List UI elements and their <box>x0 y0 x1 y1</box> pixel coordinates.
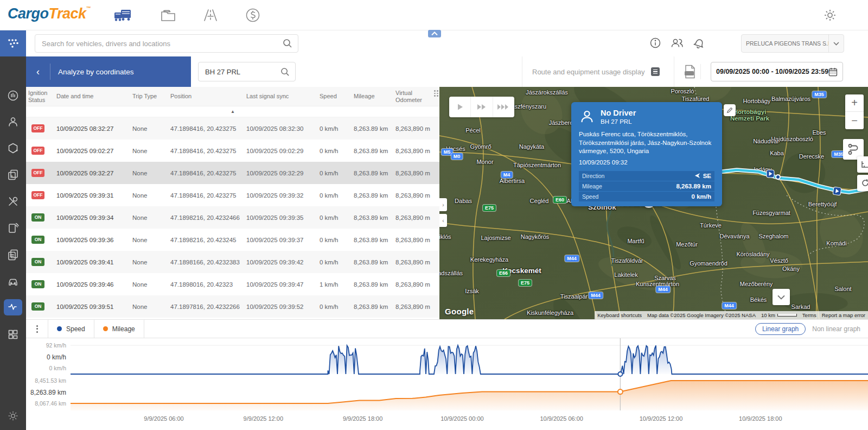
popup-address: Puskás Ferenc utca, Törökszentmiklós, Tö… <box>579 130 714 156</box>
table-row[interactable]: OFF10/09/2025 09:02:27None47.1898416, 20… <box>26 140 439 162</box>
route-display-dropdown[interactable]: Route and equipment usage display <box>522 56 674 87</box>
chart-menu-button[interactable] <box>26 325 48 333</box>
table-row[interactable]: ON10/09/2025 09:39:51None47.1897816, 20.… <box>26 295 439 318</box>
table-row[interactable]: OFF10/09/2025 08:32:27None47.1898416, 20… <box>26 117 439 140</box>
sidebar-item-dashboard[interactable] <box>0 85 26 106</box>
sidebar-item-analytics[interactable] <box>4 299 22 315</box>
fastest-forward-button[interactable] <box>493 97 514 117</box>
cell-position: 47.1898216, 20.423245 <box>168 237 244 243</box>
table-row[interactable]: OFF10/09/2025 09:32:27None47.1898416, 20… <box>26 162 439 184</box>
analyze-panel-header: ‹ Analyze by coordinates <box>26 56 191 87</box>
cell-datetime: 10/09/2025 09:39:46 <box>54 281 130 288</box>
collapse-chart-button[interactable] <box>773 289 790 305</box>
popup-edit-button[interactable] <box>724 104 736 116</box>
fast-forward-button[interactable] <box>471 97 493 117</box>
export-xls-button[interactable]: XLS <box>679 64 701 79</box>
sidebar-item-vehicles[interactable] <box>0 270 26 292</box>
back-button[interactable]: ‹ <box>26 66 50 78</box>
sidebar-item-apps[interactable] <box>0 324 26 345</box>
column-header-mileage[interactable]: Mileage <box>352 92 393 101</box>
cell-mileage: 8,263.89 km <box>352 259 393 265</box>
column-header-speed[interactable]: Speed <box>317 92 352 101</box>
column-header-position[interactable]: Position <box>168 92 244 101</box>
table-row[interactable]: ON10/09/2025 09:39:46None47.1898016, 20.… <box>26 273 439 295</box>
tolls-dollar-icon[interactable] <box>241 5 265 25</box>
map-canvas[interactable]: JászárokszállásPoroszlóTiszafüredJászfén… <box>439 87 868 319</box>
popup-timestamp: 10/09/2025 09:32 <box>579 159 714 166</box>
zoom-out-button[interactable]: − <box>845 112 864 129</box>
report-map-error-link[interactable]: Report a map error <box>819 311 868 319</box>
sidebar-item-reports[interactable] <box>0 217 26 239</box>
cell-ignition: ON <box>26 280 54 288</box>
linear-graph-button[interactable]: Linear graph <box>755 323 806 335</box>
ignition-badge: OFF <box>31 169 44 177</box>
x-axis-tick: 10/9/2025 18:00 <box>739 415 782 422</box>
table-row[interactable]: ON10/09/2025 09:39:34None47.1898216, 20.… <box>26 206 439 229</box>
table-row[interactable]: OFF10/09/2025 09:39:31None47.1898416, 20… <box>26 184 439 206</box>
legend-item-speed[interactable]: Speed <box>48 320 94 338</box>
column-header-ignition-status[interactable]: Ignition Status <box>26 88 54 104</box>
map-data-text: Map data ©2025 Google Imagery ©2025 NASA <box>644 311 758 319</box>
refresh-map-button[interactable] <box>857 175 868 191</box>
x-axis-tick: 9/9/2025 18:00 <box>343 415 382 422</box>
play-button[interactable] <box>449 97 471 117</box>
sidebar-settings-gear-icon[interactable] <box>0 406 26 426</box>
route-waypoint-marker[interactable] <box>775 174 781 180</box>
zoom-in-button[interactable]: + <box>845 94 864 112</box>
sidebar-item-drivers[interactable] <box>0 111 26 132</box>
measure-button[interactable] <box>857 156 868 173</box>
analysis-toolbar: ‹ Analyze by coordinates Route and equip… <box>26 56 868 87</box>
keyboard-shortcuts-link[interactable]: Keyboard shortcuts <box>595 311 644 319</box>
ignition-badge: OFF <box>31 124 44 132</box>
column-header-date-and-time[interactable]: Date and time <box>54 92 130 101</box>
bell-icon[interactable] <box>693 37 705 49</box>
sidebar-logo-button[interactable] <box>0 30 26 56</box>
vehicle-search-input[interactable] <box>204 67 280 77</box>
search-icon[interactable] <box>283 39 292 48</box>
table-scroll-handle[interactable] <box>434 90 438 97</box>
app-logo[interactable]: CargoTrack™ <box>8 5 91 22</box>
legend-item-mileage[interactable]: Mileage <box>94 320 144 338</box>
chart-plot-area[interactable] <box>71 338 868 410</box>
mileage-dot-icon <box>103 326 108 331</box>
sidebar-item-tools[interactable] <box>0 191 26 212</box>
mini-logo-icon <box>7 37 19 49</box>
collapse-map-button[interactable]: ‹ <box>439 214 447 227</box>
mileage-axis-max: 8,451.53 km <box>26 377 66 384</box>
column-header-last-signal-sync[interactable]: Last signal sync <box>244 92 317 101</box>
settings-gear-icon[interactable] <box>824 9 837 24</box>
collapse-panel-button[interactable] <box>428 30 441 37</box>
sidebar-item-copies[interactable] <box>0 244 26 265</box>
column-header-trip-type[interactable]: Trip Type <box>130 92 168 101</box>
global-search[interactable] <box>35 34 298 53</box>
table-row[interactable]: ON10/09/2025 09:39:41None47.1898166, 20.… <box>26 251 439 273</box>
company-selector[interactable]: PRELUCA PIGEONS TRANS S.R.L. <box>741 34 844 53</box>
speed-axis-min: 0 km/h <box>26 365 66 371</box>
users-icon[interactable] <box>671 37 684 48</box>
folder-icon[interactable] <box>156 5 180 25</box>
pencil-icon <box>726 107 733 113</box>
sort-indicator-row[interactable]: ▲ <box>26 106 439 117</box>
sidebar-item-sync[interactable] <box>0 137 26 159</box>
search-icon[interactable] <box>280 67 290 77</box>
fleet-trucks-icon[interactable] <box>112 5 136 25</box>
column-header-virtual-odometer[interactable]: Virtual Odometer <box>393 88 422 104</box>
vehicle-search[interactable] <box>198 62 296 81</box>
table-row[interactable]: ON10/09/2025 09:39:36None47.1898216, 20.… <box>26 229 439 251</box>
google-logo[interactable]: Google <box>445 307 474 316</box>
x-axis-tick: 9/9/2025 06:00 <box>144 415 183 422</box>
non-linear-graph-button[interactable]: Non linear graph <box>812 325 860 333</box>
cell-datetime: 10/09/2025 09:39:51 <box>54 303 130 310</box>
cell-mileage: 8,263.89 km <box>352 303 393 310</box>
global-search-input[interactable] <box>41 39 283 48</box>
road-icon[interactable] <box>199 5 222 25</box>
expand-map-button[interactable]: › <box>439 198 447 211</box>
cargotrack-app: CargoTrack™ PRELUCA PI <box>0 0 868 430</box>
date-range-picker[interactable]: 09/09/2025 00:00 - 10/09/2025 23:59 <box>711 62 843 81</box>
info-icon[interactable] <box>650 37 661 48</box>
cell-datetime: 10/09/2025 09:02:27 <box>54 148 130 154</box>
map-attribution: Keyboard shortcuts Map data ©2025 Google… <box>595 311 868 319</box>
sidebar-item-documents-a[interactable]: A <box>0 164 26 186</box>
terms-link[interactable]: Terms <box>800 311 819 319</box>
x-axis-tick: 10/9/2025 12:00 <box>640 415 683 422</box>
